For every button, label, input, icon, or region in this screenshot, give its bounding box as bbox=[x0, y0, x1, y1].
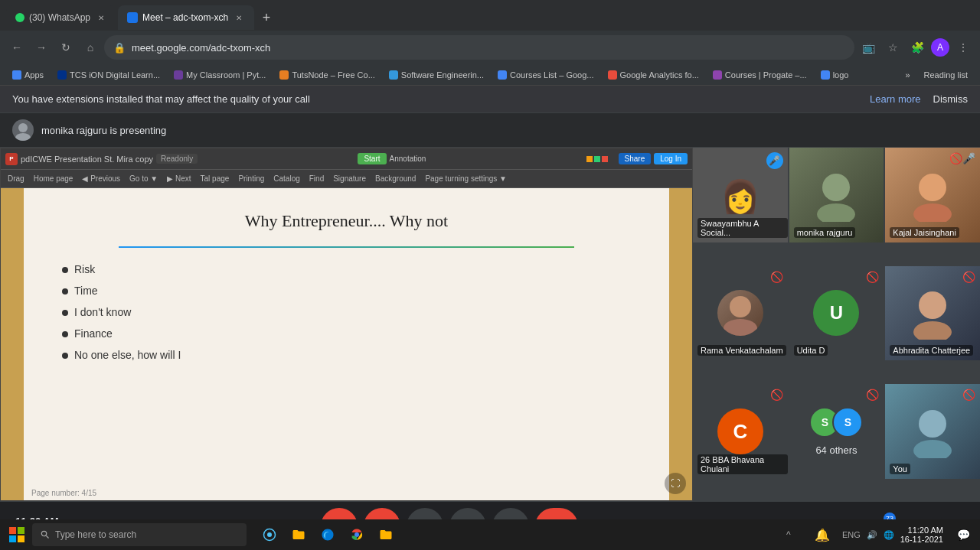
bookmark-star-icon[interactable]: ☆ bbox=[882, 37, 903, 58]
bookmark-more[interactable]: » bbox=[899, 69, 916, 81]
taskbar-explorer[interactable] bbox=[285, 521, 312, 548]
taskbar-notifications-icon[interactable]: 🔔 bbox=[808, 521, 836, 548]
tab-whatsapp-close[interactable]: ✕ bbox=[95, 11, 107, 24]
svg-point-20 bbox=[354, 532, 359, 537]
bookmark-apps-label: Apps bbox=[24, 70, 44, 80]
login-button[interactable]: Log In bbox=[654, 153, 688, 164]
pdf-icon: P bbox=[5, 153, 18, 165]
profile-icon[interactable]: A bbox=[931, 38, 949, 57]
svg-point-7 bbox=[724, 319, 757, 336]
bullet-dot-3 bbox=[62, 310, 68, 316]
bookmark-apps[interactable]: Apps bbox=[6, 69, 50, 81]
presenter-text: monika rajguru is presenting bbox=[41, 125, 166, 136]
taskbar-edge[interactable] bbox=[314, 521, 341, 548]
taskbar-up-arrow[interactable]: ^ bbox=[775, 521, 802, 548]
bookmark-analytics[interactable]: Google Analytics fo... bbox=[602, 69, 705, 81]
find-btn[interactable]: Find bbox=[307, 174, 326, 183]
bookmark-se[interactable]: Software Engineerin... bbox=[383, 69, 490, 81]
start-button[interactable]: Start bbox=[358, 153, 386, 164]
nav-bar: ← → ↻ ⌂ 🔒 meet.google.com/adc-txom-xch 📺… bbox=[0, 31, 980, 64]
participant-tile-rama: 🚫 Rama Venkatachalam bbox=[693, 266, 788, 361]
dismiss-link[interactable]: Dismiss bbox=[933, 93, 969, 105]
svg-point-11 bbox=[913, 440, 952, 458]
bullet-dot-2 bbox=[62, 288, 68, 295]
next-btn[interactable]: ▶ Next bbox=[165, 174, 193, 183]
taskbar-datetime: 11:20 AM 16-11-2021 bbox=[900, 526, 943, 544]
extension-icon[interactable]: 🧩 bbox=[906, 37, 928, 58]
slide-text-area: Why Entrepreneur.... Why not Risk Time bbox=[31, 211, 662, 370]
bullet-text-3: I don't know bbox=[74, 306, 131, 318]
avatar-circle-icon bbox=[12, 119, 34, 141]
bookmark-se-label: Software Engineerin... bbox=[401, 70, 484, 80]
svg-point-4 bbox=[919, 174, 946, 201]
learn-more-link[interactable]: Learn more bbox=[870, 93, 920, 105]
others-mute-icon: 🚫 bbox=[866, 389, 879, 401]
tab-meet[interactable]: Meet – adc-txom-xch ✕ bbox=[118, 5, 254, 30]
prev-btn[interactable]: ◀ Previous bbox=[80, 174, 122, 183]
bookmark-logo-label: logo bbox=[833, 70, 849, 80]
taskbar-cortana[interactable] bbox=[256, 521, 283, 548]
bullet-text-4: Finance bbox=[74, 327, 113, 340]
bookmarks-bar: Apps TCS iON Digital Learn... My Classro… bbox=[0, 64, 980, 86]
svg-point-19 bbox=[267, 532, 272, 537]
participant-tile-others: 🚫 S S 64 others bbox=[789, 384, 884, 479]
bullet-dot-1 bbox=[62, 267, 68, 273]
logo-icon bbox=[821, 70, 830, 80]
expand-dot[interactable] bbox=[594, 156, 600, 162]
bookmark-courses[interactable]: Courses List – Goog... bbox=[492, 69, 599, 81]
svg-rect-17 bbox=[18, 535, 24, 542]
new-tab-button[interactable]: + bbox=[256, 7, 277, 28]
forward-button[interactable]: → bbox=[31, 37, 52, 58]
svg-point-3 bbox=[817, 203, 855, 222]
drag-btn[interactable]: Drag bbox=[5, 174, 27, 183]
bookmark-tcs[interactable]: TCS iON Digital Learn... bbox=[51, 69, 166, 81]
bookmark-progate[interactable]: Courses | Progate –... bbox=[707, 69, 813, 81]
fullscreen-button[interactable]: ⛶ bbox=[665, 473, 686, 494]
printing-btn[interactable]: Printing bbox=[236, 174, 266, 183]
page-turning-btn[interactable]: Page turning settings ▼ bbox=[423, 174, 509, 183]
share-button[interactable]: Share bbox=[619, 153, 652, 164]
bhavana-avatar: C bbox=[717, 408, 763, 454]
taskbar-explorer2[interactable] bbox=[372, 521, 400, 548]
mic-active-indicator: 🎤 bbox=[766, 152, 783, 169]
se-icon bbox=[389, 70, 398, 80]
start-button[interactable] bbox=[3, 521, 31, 548]
slide-bullet-2: Time bbox=[62, 285, 631, 297]
slide-readonly: Readonly bbox=[156, 154, 198, 164]
notification-center-button[interactable]: 💬 bbox=[949, 521, 977, 548]
udita-name: Udita D bbox=[794, 345, 828, 356]
bookmark-myclassroom[interactable]: My Classroom | Pyt... bbox=[168, 69, 272, 81]
meet-favicon bbox=[127, 12, 138, 23]
catalog-btn[interactable]: Catalog bbox=[271, 174, 302, 183]
bullet-text-1: Risk bbox=[74, 263, 95, 275]
slide-bullet-3: I don't know bbox=[62, 306, 631, 318]
taskbar-network-icon[interactable]: 🌐 bbox=[884, 530, 894, 540]
close-dot[interactable] bbox=[602, 156, 608, 162]
tal-page-btn[interactable]: Tal page bbox=[198, 174, 232, 183]
minimize-dot[interactable] bbox=[586, 156, 593, 162]
home-button[interactable]: ⌂ bbox=[80, 37, 101, 58]
tutsnode-icon bbox=[279, 70, 289, 80]
tab-meet-label: Meet – adc-txom-xch bbox=[142, 12, 228, 23]
goto-btn[interactable]: Go to ▼ bbox=[127, 174, 160, 183]
taskbar-search-bar[interactable]: Type here to search bbox=[32, 523, 247, 546]
home-page-btn[interactable]: Home page bbox=[31, 174, 76, 183]
slide-bullet-5: No one else, how will I bbox=[62, 349, 631, 361]
address-bar[interactable]: 🔒 meet.google.com/adc-txom-xch bbox=[104, 35, 854, 60]
bookmark-readinglist[interactable]: Reading list bbox=[918, 69, 974, 81]
reload-button[interactable]: ↻ bbox=[55, 37, 77, 58]
back-button[interactable]: ← bbox=[6, 37, 28, 58]
taskbar-chrome[interactable] bbox=[343, 521, 371, 548]
tab-meet-close[interactable]: ✕ bbox=[233, 11, 245, 24]
taskbar-audio-icon[interactable]: 🔊 bbox=[867, 530, 877, 540]
tab-whatsapp[interactable]: (30) WhatsApp ✕ bbox=[6, 5, 116, 30]
bookmark-tutsnode[interactable]: TutsNode – Free Co... bbox=[273, 69, 381, 81]
cast-icon[interactable]: 📺 bbox=[858, 37, 879, 58]
participant-tile-bhavana: 🚫 C 26 BBA Bhavana Chulani bbox=[693, 384, 788, 479]
bhavana-name: 26 BBA Bhavana Chulani bbox=[697, 454, 788, 474]
settings-icon[interactable]: ⋮ bbox=[952, 37, 974, 58]
bookmark-logo[interactable]: logo bbox=[815, 69, 855, 81]
bullet-text-5: No one else, how will I bbox=[74, 349, 181, 361]
signature-btn[interactable]: Signature bbox=[331, 174, 368, 183]
background-btn[interactable]: Background bbox=[373, 174, 418, 183]
